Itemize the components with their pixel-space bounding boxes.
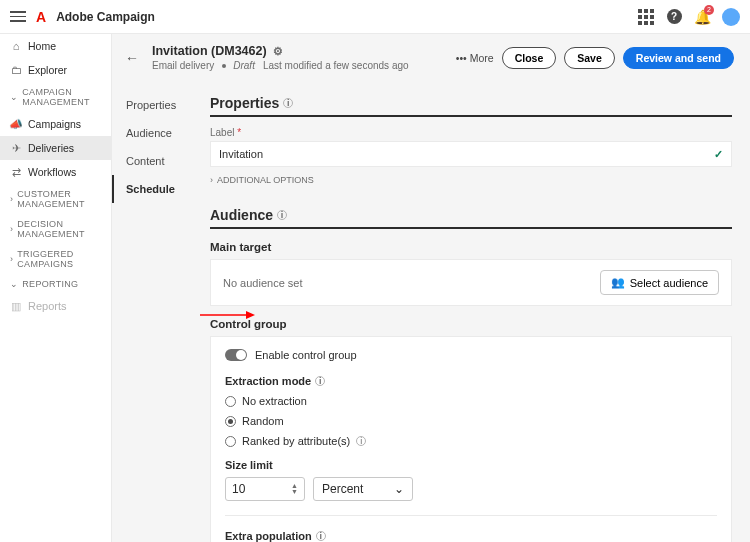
- stepper-icon[interactable]: ▲▼: [291, 483, 298, 495]
- sidebar-item-deliveries[interactable]: ✈Deliveries: [0, 136, 111, 160]
- divider: [225, 515, 717, 516]
- check-icon: ✓: [714, 148, 723, 161]
- more-button[interactable]: ••• More: [456, 52, 494, 64]
- sidebar-item-label: Explorer: [28, 64, 67, 76]
- sidebar-item-campaigns[interactable]: 📣Campaigns: [0, 112, 111, 136]
- tab-content[interactable]: Content: [112, 147, 192, 175]
- divider: [210, 115, 732, 117]
- sidebar-item-explorer[interactable]: 🗀Explorer: [0, 58, 111, 82]
- control-group-heading: Control group: [210, 318, 732, 330]
- radio-no-extraction[interactable]: No extraction: [225, 395, 717, 407]
- last-modified: Last modified a few seconds ago: [263, 60, 409, 71]
- chevron-down-icon: ⌄: [10, 92, 18, 102]
- audience-heading: Audience: [210, 207, 273, 223]
- additional-options-toggle[interactable]: ›ADDITIONAL OPTIONS: [210, 175, 732, 185]
- app-name: Adobe Campaign: [56, 10, 155, 24]
- people-icon: 👥: [611, 276, 625, 289]
- menu-icon[interactable]: [10, 9, 26, 25]
- enable-control-group-toggle[interactable]: [225, 349, 247, 361]
- page-title: Invitation (DM3462): [152, 44, 267, 58]
- size-limit-label: Size limit: [225, 459, 717, 471]
- apps-icon[interactable]: [638, 9, 654, 25]
- select-audience-button[interactable]: 👥Select audience: [600, 270, 719, 295]
- save-button[interactable]: Save: [564, 47, 615, 69]
- status-dot-icon: [222, 64, 226, 68]
- notification-badge: 2: [704, 5, 714, 15]
- sidebar: ⌂Home 🗀Explorer ⌄CAMPAIGN MANAGEMENT 📣Ca…: [0, 34, 112, 542]
- label-input[interactable]: Invitation✓: [210, 141, 732, 167]
- sidebar-item-label: Reports: [28, 300, 67, 312]
- sidebar-section-campaign[interactable]: ⌄CAMPAIGN MANAGEMENT: [0, 82, 111, 112]
- sidebar-section-reporting[interactable]: ⌄REPORTING: [0, 274, 111, 294]
- label-field-label: Label: [210, 127, 732, 138]
- chevron-right-icon: ›: [10, 224, 13, 234]
- sidebar-section-triggered[interactable]: ›TRIGGERED CAMPAIGNS: [0, 244, 111, 274]
- tab-audience[interactable]: Audience: [112, 119, 192, 147]
- chevron-down-icon: ⌄: [394, 482, 404, 496]
- chevron-right-icon: ›: [10, 194, 13, 204]
- workflow-icon: ⇄: [10, 166, 22, 178]
- avatar[interactable]: [722, 8, 740, 26]
- divider: [210, 227, 732, 229]
- info-icon[interactable]: i: [315, 376, 325, 386]
- info-icon[interactable]: i: [316, 531, 326, 541]
- megaphone-icon: 📣: [10, 118, 22, 130]
- home-icon: ⌂: [10, 40, 22, 52]
- properties-heading: Properties: [210, 95, 279, 111]
- radio-random[interactable]: Random: [225, 415, 717, 427]
- main-target-heading: Main target: [210, 241, 732, 253]
- settings-icon[interactable]: ⚙: [273, 45, 283, 58]
- sidebar-item-label: Home: [28, 40, 56, 52]
- adobe-logo: A: [36, 9, 46, 25]
- sidebar-section-decision[interactable]: ›DECISION MANAGEMENT: [0, 214, 111, 244]
- tab-properties[interactable]: Properties: [112, 91, 192, 119]
- sidebar-item-label: Workflows: [28, 166, 76, 178]
- folder-icon: 🗀: [10, 64, 22, 76]
- review-send-button[interactable]: Review and send: [623, 47, 734, 69]
- back-button[interactable]: ←: [122, 48, 142, 68]
- info-icon[interactable]: i: [283, 98, 293, 108]
- extraction-mode-label: Extraction mode: [225, 375, 311, 387]
- no-audience-text: No audience set: [223, 277, 303, 289]
- sidebar-item-workflows[interactable]: ⇄Workflows: [0, 160, 111, 184]
- vertical-tabs: Properties Audience Content Schedule: [112, 81, 192, 542]
- size-unit-select[interactable]: Percent⌄: [313, 477, 413, 501]
- radio-ranked[interactable]: Ranked by attribute(s)i: [225, 435, 717, 447]
- sidebar-item-label: Campaigns: [28, 118, 81, 130]
- chevron-down-icon: ⌄: [10, 279, 18, 289]
- info-icon[interactable]: i: [277, 210, 287, 220]
- bell-icon[interactable]: 🔔2: [694, 9, 710, 25]
- sidebar-item-reports[interactable]: ▥Reports: [0, 294, 111, 318]
- enable-control-group-label: Enable control group: [255, 349, 357, 361]
- sidebar-item-label: Deliveries: [28, 142, 74, 154]
- info-icon[interactable]: i: [356, 436, 366, 446]
- close-button[interactable]: Close: [502, 47, 557, 69]
- control-group-panel: Enable control group Extraction modei No…: [210, 336, 732, 542]
- delivery-type: Email delivery: [152, 60, 214, 71]
- plane-icon: ✈: [10, 142, 22, 154]
- sidebar-section-customer[interactable]: ›CUSTOMER MANAGEMENT: [0, 184, 111, 214]
- chevron-right-icon: ›: [210, 175, 213, 185]
- main-target-panel: No audience set 👥Select audience: [210, 259, 732, 306]
- help-icon[interactable]: ?: [666, 9, 682, 25]
- chevron-right-icon: ›: [10, 254, 13, 264]
- sidebar-item-home[interactable]: ⌂Home: [0, 34, 111, 58]
- size-value-stepper[interactable]: 10▲▼: [225, 477, 305, 501]
- tab-schedule[interactable]: Schedule: [112, 175, 192, 203]
- status-badge: Draft: [233, 60, 255, 71]
- chart-icon: ▥: [10, 300, 22, 312]
- extra-population-label: Extra population: [225, 530, 312, 542]
